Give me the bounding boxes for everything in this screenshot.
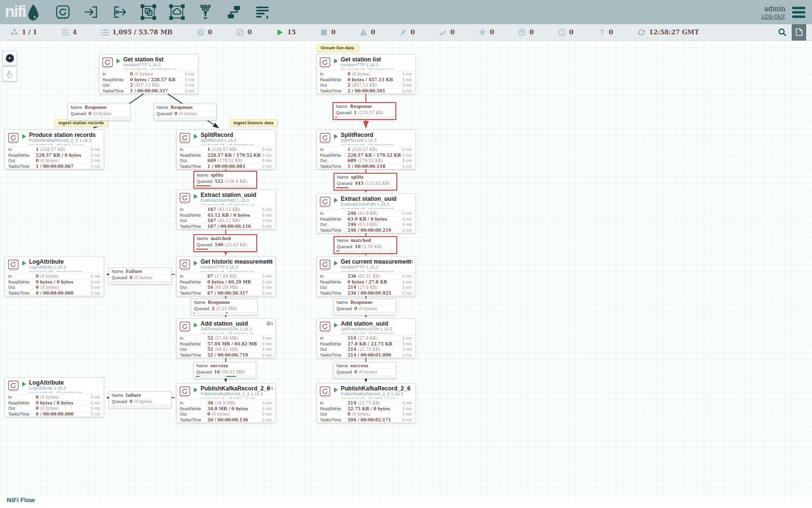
processor-get-current-measurement[interactable]: Get current measurementInvokeHTTP 1.16.3… — [317, 256, 416, 296]
running-status-icon — [194, 323, 198, 328]
stat-row-in: In1(228.57 KB)5 min — [5, 147, 103, 152]
processor-name: LogAttribute — [29, 259, 82, 265]
refresh-status[interactable]: 12:58:27 GMT — [638, 29, 699, 36]
connection-label-success-mid[interactable]: NamesuccessQueued16(50.03 MB) — [193, 362, 256, 379]
connection-label-response-left-b[interactable]: NameResponseQueued0(0 bytes) — [154, 104, 217, 120]
processor-publish-kafka-right[interactable]: PublishKafkaRecord_2_6PublishKafkaRecord… — [317, 383, 416, 423]
processor-name: SplitRecord — [341, 133, 394, 138]
processor-stamp-icon — [179, 259, 190, 270]
queue-percent-bars — [334, 250, 396, 253]
processor-name: SplitRecord — [201, 133, 254, 138]
processor-extract-station-uuid-right[interactable]: Extract station_uuidEvaluateJsonPath 1.1… — [317, 194, 416, 233]
up-to-date-icon — [439, 29, 447, 36]
status-stale-count: 0 — [529, 29, 534, 36]
stat-row-in: In0(0 bytes)5 min — [5, 394, 103, 400]
stat-row-out: Out689(179.52 KB)5 min — [177, 158, 275, 164]
remote-process-group-icon[interactable] — [169, 4, 185, 20]
template-icon[interactable] — [226, 4, 242, 20]
logout-link[interactable]: LOG OUT — [761, 14, 785, 19]
processor-get-station-list-left[interactable]: Get station listInvokeHTTP 1.16.3org.apa… — [99, 54, 198, 94]
processor-type: PublishKafkaRecord_2_6 1.16.3 — [201, 391, 270, 396]
processor-name: LogAttribute — [29, 380, 82, 386]
running-status-icon — [334, 323, 338, 328]
processor-icon[interactable] — [55, 4, 71, 20]
processor-get-historic-measurements[interactable]: Get historic measurementsInvokeHTTP 1.16… — [176, 256, 276, 296]
queue-percent-bars — [334, 312, 396, 315]
queue-percent-bars — [191, 312, 257, 315]
refresh-icon[interactable] — [638, 29, 645, 36]
processor-type: PublishKafkaRecord_2_6 1.16.3 — [29, 138, 96, 143]
processor-stamp-icon — [179, 133, 190, 144]
stat-row-out: Out52(84.82 MB)5 min — [177, 346, 275, 352]
stat-row-out: Out0(0 bytes)5 min — [177, 411, 275, 417]
stat-row-read-write: Read/Write34.8 MB / 0 bytes5 min — [177, 406, 275, 412]
connection-label-matched-mid[interactable]: NamematchedQueued100(25.43 KB) — [193, 234, 257, 252]
input-port-icon[interactable] — [83, 4, 100, 20]
queue-percent-bars — [194, 248, 256, 251]
global-menu-button[interactable] — [792, 7, 805, 18]
active-threads-badge: 1 — [267, 259, 273, 264]
search-icon[interactable] — [778, 28, 787, 37]
flow-canvas[interactable]: Stream live-dataIngest station recordsIn… — [0, 0, 812, 508]
status-up-to-date: 0 — [439, 29, 454, 36]
processor-split-record-right[interactable]: SplitRecordSplitRecord 1.16.3org.apache.… — [317, 130, 416, 169]
connection-label-matched-right[interactable]: NamematchedQueued10(2.59 KB) — [334, 236, 397, 254]
queue-percent-bars — [109, 281, 171, 284]
connection-label-failure-upper[interactable]: NameFailureQueued0(0 bytes) — [109, 268, 172, 284]
settings-panel-button[interactable] — [792, 24, 806, 41]
output-port-icon[interactable] — [112, 4, 128, 20]
status-transmitting-count: 0 — [208, 29, 212, 36]
processor-split-record-mid[interactable]: SplitRecordSplitRecord 1.16.3org.apache.… — [176, 130, 276, 169]
connection-label-splits-mid[interactable]: NamesplitsQueued522(136.4 KB) — [193, 171, 257, 189]
queue-percent-bars — [154, 117, 216, 120]
processor-extract-station-uuid-mid[interactable]: Extract station_uuidEvaluateJsonPath 1.1… — [176, 190, 276, 229]
process-group-icon[interactable] — [140, 4, 157, 20]
status-locally-modified: 0 — [478, 29, 494, 36]
label-icon[interactable] — [254, 4, 271, 20]
flow-label-stream-live-data[interactable]: Stream live-data — [317, 44, 358, 52]
breadcrumb[interactable]: NiFi Flow — [7, 496, 35, 504]
stat-row-tasks-time: Tasks/Time2 / 00:00:00.5015 min — [317, 88, 415, 94]
processor-publish-kafka-mid[interactable]: PublishKafkaRecord_2_6PublishKafkaRecord… — [176, 383, 276, 423]
status-up-to-date-count: 0 — [450, 29, 454, 36]
queue-percent-bars — [68, 117, 130, 120]
connection-label-response-right[interactable]: NameResponseQueued1(228.57 KB) — [333, 102, 396, 120]
processor-type: PublishKafkaRecord_2_6 1.16.3 — [341, 391, 410, 396]
processor-bundle: org.apache.nifi - nifi-standard-nar — [341, 67, 394, 70]
stat-row-in: In214(22.75 KB)5 min — [317, 400, 415, 406]
processor-stamp-icon — [319, 133, 331, 144]
status-active-threads: 4 — [61, 29, 77, 36]
processor-stamp-icon — [8, 133, 19, 144]
processor-get-station-list-right[interactable]: Get station listInvokeHTTP 1.16.3org.apa… — [317, 54, 416, 94]
funnel-icon[interactable] — [197, 4, 214, 20]
processor-stamp-icon — [102, 57, 113, 68]
connection-label-response-right-2[interactable]: NameResponseQueued0(0 bytes) — [334, 299, 396, 315]
processor-log-attribute-upper[interactable]: LogAttributeLogAttribute 1.16.3org.apach… — [5, 256, 104, 296]
stat-row-tasks-time: Tasks/Time0 / 00:00:00.0005 min — [5, 411, 103, 417]
sync-failure-icon — [598, 29, 606, 36]
processor-add-station-uuid-mid[interactable]: Add station_uuidJoltTransformJSON 1.16.3… — [176, 318, 276, 358]
stat-row-out: Out54(60.29 MB)5 min — [177, 284, 275, 290]
connection-label-response-left-a[interactable]: NameResponseQueued0(0 bytes) — [68, 104, 130, 120]
stat-row-tasks-time: Tasks/Time167 / 00:00:00.1165 min — [177, 224, 275, 229]
running-status-icon — [194, 194, 198, 199]
flow-label-ingest-historic-data[interactable]: Ingest historic data — [230, 119, 277, 127]
connection-label-splits-right[interactable]: NamesplitsQueued443(115.62 KB) — [334, 173, 397, 191]
navigate-palette-button[interactable] — [2, 51, 17, 65]
status-sync-failure: 0 — [598, 29, 613, 36]
processor-add-station-uuid-right[interactable]: Add station_uuidJoltTransformJSON 1.16.3… — [317, 318, 416, 358]
processor-stamp-icon — [179, 386, 190, 397]
connection-label-response-mid-2[interactable]: NameResponseQueued2(3.25 MB) — [191, 299, 258, 315]
status-queued: 1,095 / 53.78 MB — [101, 29, 173, 36]
stat-row-out: Out2(457.13 KB)5 min — [100, 82, 198, 88]
stat-row-tasks-time: Tasks/Time1 / 00:00:00.1185 min — [317, 164, 415, 169]
connection-label-failure-lower[interactable]: NamefailureQueued0(0 bytes) — [109, 391, 172, 408]
processor-produce-station-records[interactable]: Produce station recordsPublishKafkaRecor… — [5, 130, 104, 169]
status-running-count: 15 — [287, 29, 296, 36]
processor-log-attribute-lower[interactable]: LogAttributeLogAttribute 1.16.3org.apach… — [5, 377, 104, 417]
status-disabled: 0 — [399, 29, 415, 36]
operate-palette-button[interactable] — [2, 67, 17, 81]
stat-row-read-write: Read/Write228.57 KB / 0 bytes5 min — [5, 152, 103, 158]
status-sync-failure-count: 0 — [609, 29, 613, 36]
connection-label-success-right[interactable]: NamesuccessQueued0(0 bytes) — [334, 362, 396, 379]
